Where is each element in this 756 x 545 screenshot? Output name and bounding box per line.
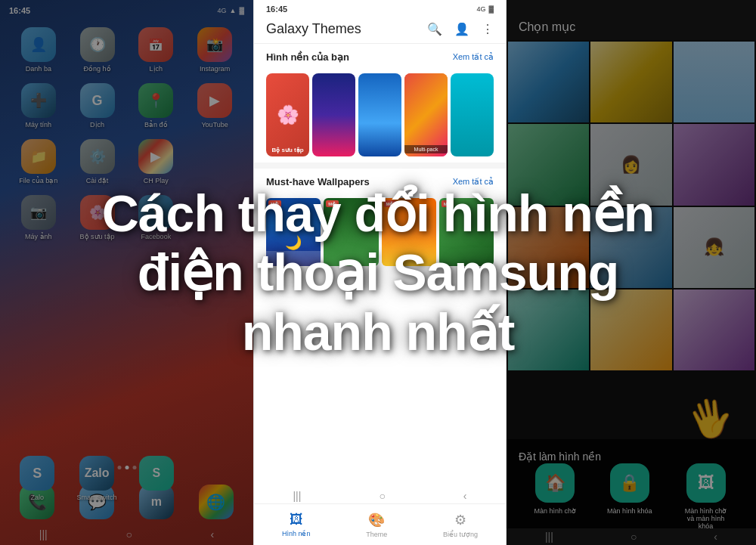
both-screens-label: Màn hình chờ và màn hình khóa	[683, 507, 729, 530]
more-icon[interactable]: ⋮	[482, 22, 494, 36]
icons-nav-label: Biểu tượng	[443, 531, 478, 538]
right-panel-title: Chọn mục	[519, 20, 575, 33]
app-translate-label: Dịch	[90, 121, 104, 129]
ground-shape	[266, 251, 321, 266]
app-gallery[interactable]: 🌸 Bộ sưu tập	[72, 195, 123, 240]
app-skype[interactable]: S Zalo	[11, 456, 63, 501]
calc-icon: ➕	[21, 83, 56, 118]
photo-cell-8[interactable]	[590, 207, 671, 288]
middle-panel: 16:45 4G ▓ Galaxy Themes 🔍 👤 ⋮ Hình nền …	[253, 0, 507, 545]
app-camera[interactable]: 📷 Máy ảnh	[13, 195, 64, 240]
app-calc[interactable]: ➕ Máy tính	[13, 83, 64, 129]
right-panel-header: 16:45 Chọn mục	[507, 0, 756, 40]
app-smartswitch[interactable]: S	[131, 456, 182, 501]
app-calendar[interactable]: 📅 Lịch	[130, 27, 181, 73]
app-row-3: 📁 File của bạn ⚙️ Cài đặt ▶ CH Play	[9, 139, 244, 184]
wallpaper-thumb-5[interactable]	[451, 73, 494, 156]
facebook-icon: f	[138, 195, 173, 230]
translate-icon: G	[80, 83, 115, 118]
app-camera-label: Máy ảnh	[25, 233, 52, 240]
photo-cell-11[interactable]	[590, 290, 671, 370]
option-lock-screen[interactable]: 🔒 Màn hình khóa	[607, 463, 652, 530]
app-settings-label: Cài đặt	[86, 177, 109, 184]
section1-view-all[interactable]: Xem tất cả	[453, 52, 494, 62]
zalo-icon: Zalo	[79, 456, 114, 491]
maps-icon: 📍	[138, 83, 173, 118]
app-zalo-label: Smart Switch	[77, 494, 117, 501]
search-icon[interactable]: 🔍	[427, 22, 442, 36]
battery-icon: ▓	[239, 7, 244, 14]
home-screen-label: Màn hình chờ	[534, 507, 576, 515]
app-maps[interactable]: 📍 Bản đồ	[130, 83, 181, 129]
app-contacts[interactable]: 👤 Danh ba	[13, 27, 64, 73]
nav-home-right[interactable]: ○	[631, 531, 637, 543]
app-translate[interactable]: G Dịch	[72, 83, 123, 129]
app-files[interactable]: 📁 File của bạn	[13, 139, 64, 184]
gradient-thumb	[312, 73, 355, 156]
section2-view-all[interactable]: Xem tất cả	[453, 177, 494, 187]
app-zalo[interactable]: Zalo Smart Switch	[71, 456, 122, 501]
phone-nav-recent-mid[interactable]: ‹	[463, 490, 467, 502]
app-clock-label: Đồng hồ	[84, 65, 111, 73]
photo-cell-10[interactable]	[508, 290, 589, 370]
app-playstore[interactable]: ▶ CH Play	[130, 139, 181, 184]
app-instagram[interactable]: 📸 Instagram	[189, 27, 240, 73]
nav-icons[interactable]: ⚙ Biểu tượng	[443, 512, 478, 538]
theme-nav-icon: 🎨	[368, 512, 385, 528]
app-settings[interactable]: ⚙️ Cài đặt	[72, 139, 123, 184]
photo-cell-5[interactable]: 👩	[590, 124, 671, 205]
nav-back[interactable]: |||	[39, 528, 48, 540]
photo-cell-3[interactable]	[674, 42, 754, 122]
phone-nav-back-mid[interactable]: |||	[293, 490, 301, 502]
app-gallery-label: Bộ sưu tập	[80, 233, 115, 240]
app-clock[interactable]: 🕐 Đồng hồ	[72, 27, 123, 73]
calendar-icon: 📅	[138, 27, 173, 62]
app-row-1: 👤 Danh ba 🕐 Đồng hồ 📅 Lịch 📸 Instagram	[9, 27, 244, 73]
photo-cell-6[interactable]	[674, 124, 754, 205]
app-facebook[interactable]: f Facebook	[130, 195, 181, 240]
wallpaper-thumb-2[interactable]	[312, 73, 355, 156]
phone-nav-middle: ||| ○ ‹	[254, 488, 506, 503]
nav-recents[interactable]: ‹	[210, 528, 214, 540]
wallpaper-thumb-3[interactable]	[358, 73, 401, 156]
app-instagram-label: Instagram	[200, 65, 230, 73]
nav-back-right[interactable]: |||	[545, 531, 553, 543]
wallpaper-thumbs-row: 🌸 Bộ sưu tập Multi-pack	[254, 73, 506, 156]
app-contacts-label: Danh ba	[26, 65, 51, 73]
set-wallpaper-options: 🏠 Màn hình chờ 🔒 Màn hình khóa 🖼 Màn hìn…	[519, 463, 744, 530]
wallpaper-thumb-4[interactable]: Multi-pack	[404, 73, 448, 156]
photo-cell-2[interactable]	[590, 42, 671, 122]
mhw-thumb-4[interactable]: Mới	[439, 198, 494, 266]
mhw-thumb-3[interactable]: Mới	[382, 198, 436, 266]
option-home-screen[interactable]: 🏠 Màn hình chờ	[534, 463, 576, 530]
youtube-icon: ▶	[197, 83, 232, 118]
nav-recent-right[interactable]: ‹	[714, 531, 717, 543]
photo-cell-7[interactable]	[508, 207, 589, 288]
new-badge-3: Mới	[384, 200, 397, 207]
status-bar-left: 16:45 4G ▲ ▓	[0, 0, 253, 21]
option-both-screens[interactable]: 🖼 Màn hình chờ và màn hình khóa	[683, 463, 729, 530]
account-icon[interactable]: 👤	[454, 22, 469, 36]
photo-cell-12[interactable]	[674, 290, 754, 370]
signal-icon: 4G	[218, 7, 227, 14]
app-youtube[interactable]: ▶ YouTube	[189, 83, 240, 129]
mhw-thumbs-row: Mới 🌙 Mới Mới Mới	[254, 198, 506, 266]
mhw-thumb-2[interactable]: Mới	[324, 198, 378, 266]
nav-wallpaper[interactable]: 🖼 Hình nền	[282, 512, 311, 537]
collection-thumb: 🌸	[277, 73, 299, 156]
photo-cell-4[interactable]	[508, 124, 589, 205]
ocean-thumb	[358, 73, 401, 156]
nav-home[interactable]: ○	[125, 528, 132, 540]
mhw-thumb-1[interactable]: Mới 🌙	[266, 198, 321, 266]
clock-icon: 🕐	[80, 27, 115, 62]
photo-cell-1[interactable]	[508, 42, 589, 122]
phone-nav-home-mid[interactable]: ○	[379, 490, 385, 502]
photo-cell-9[interactable]: 👧	[674, 207, 754, 288]
signal-mid: 4G	[476, 5, 485, 13]
wallpaper-thumb-1[interactable]: 🌸 Bộ sưu tập	[266, 73, 309, 156]
app-skype-label: Zalo	[31, 494, 45, 501]
app-row-4: 📷 Máy ảnh 🌸 Bộ sưu tập f Facebook	[9, 195, 244, 240]
nav-theme[interactable]: 🎨 Theme	[366, 512, 387, 538]
home-screen-icon: 🏠	[535, 463, 575, 503]
app-maps-label: Bản đồ	[144, 121, 168, 129]
